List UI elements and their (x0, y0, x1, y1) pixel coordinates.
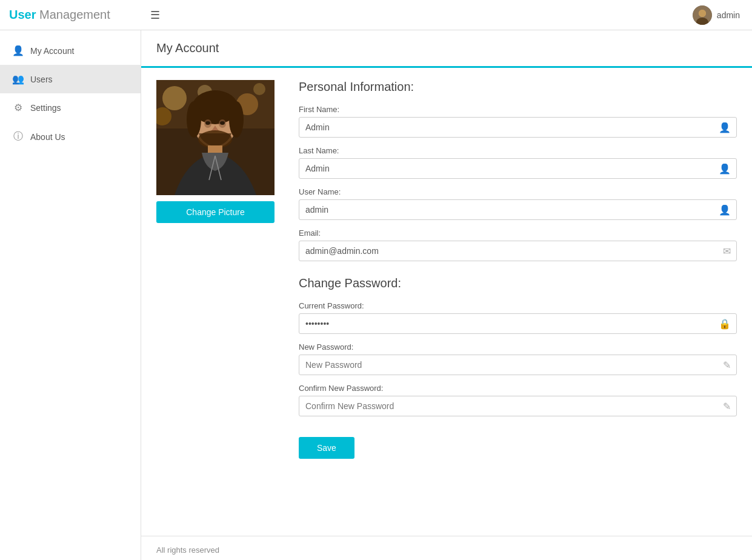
sidebar-item-settings[interactable]: ⚙ Settings (0, 93, 141, 122)
svg-point-14 (229, 101, 244, 138)
main-layout: 👤 My Account 👥 Users ⚙ Settings ⓘ About … (0, 30, 752, 560)
current-password-wrapper: 🔒 (299, 313, 737, 334)
change-password-title: Change Password: (299, 276, 737, 290)
brand: User Management (0, 8, 141, 22)
pencil-icon: ✎ (723, 359, 731, 371)
last-name-label: Last Name: (299, 146, 737, 155)
sidebar: 👤 My Account 👥 Users ⚙ Settings ⓘ About … (0, 30, 141, 560)
svg-point-6 (162, 86, 187, 110)
info-icon: ⓘ (12, 130, 24, 143)
confirm-password-group: Confirm New Password: ✎ (299, 384, 737, 416)
confirm-password-label: Confirm New Password: (299, 384, 737, 393)
person-field-icon-3: 👤 (719, 204, 731, 216)
new-password-input[interactable] (299, 355, 737, 375)
sidebar-label-settings: Settings (30, 103, 61, 113)
footer: All rights reserved (141, 536, 752, 560)
lock-icon: 🔒 (719, 318, 731, 330)
svg-point-18 (220, 121, 225, 125)
page-body: Change Picture Personal Information: Fir… (141, 68, 752, 477)
last-name-input[interactable] (299, 158, 737, 179)
first-name-label: First Name: (299, 105, 737, 114)
email-input-wrapper: ✉ (299, 241, 737, 261)
new-password-group: New Password: ✎ (299, 342, 737, 375)
sidebar-label-about-us: About Us (30, 132, 65, 142)
settings-icon: ⚙ (12, 102, 24, 113)
current-password-input[interactable] (299, 313, 737, 334)
profile-picture (156, 80, 275, 195)
svg-point-17 (205, 121, 210, 125)
username-input-wrapper: 👤 (299, 199, 737, 220)
svg-point-9 (253, 83, 265, 95)
svg-point-13 (187, 101, 201, 138)
sidebar-item-my-account[interactable]: 👤 My Account (0, 36, 141, 65)
username-label: User Name: (299, 187, 737, 196)
confirm-password-wrapper: ✎ (299, 396, 737, 416)
email-group: Email: ✉ (299, 228, 737, 261)
page-title: My Account (156, 41, 737, 55)
avatar-image (693, 5, 712, 25)
brand-user: User (9, 8, 36, 21)
email-input[interactable] (299, 241, 737, 261)
form-column: Personal Information: First Name: 👤 Last… (299, 80, 737, 459)
page-container: My Account (141, 30, 752, 536)
change-picture-button[interactable]: Change Picture (156, 201, 275, 223)
users-icon: 👥 (12, 73, 24, 85)
confirm-password-input[interactable] (299, 396, 737, 416)
sidebar-item-about-us[interactable]: ⓘ About Us (0, 122, 141, 152)
first-name-input[interactable] (299, 117, 737, 138)
avatar-column: Change Picture (156, 80, 275, 459)
current-password-group: Current Password: 🔒 (299, 301, 737, 334)
email-field-icon: ✉ (723, 245, 731, 257)
email-label: Email: (299, 228, 737, 238)
personal-info-title: Personal Information: (299, 80, 737, 94)
footer-text: All rights reserved (156, 545, 219, 555)
page-header: My Account (141, 30, 752, 68)
hamburger-icon: ☰ (150, 9, 160, 21)
first-name-group: First Name: 👤 (299, 105, 737, 138)
person-field-icon-2: 👤 (719, 163, 731, 175)
navbar-right: admin (693, 5, 752, 25)
last-name-group: Last Name: 👤 (299, 146, 737, 179)
username-input[interactable] (299, 199, 737, 220)
last-name-input-wrapper: 👤 (299, 158, 737, 179)
content-area: My Account (141, 30, 752, 560)
navbar: User Management ☰ admin (0, 0, 752, 30)
first-name-input-wrapper: 👤 (299, 117, 737, 138)
person-icon: 👤 (12, 45, 24, 56)
sidebar-label-users: Users (30, 75, 53, 84)
save-button[interactable]: Save (299, 437, 354, 459)
avatar (693, 5, 712, 25)
profile-svg (156, 80, 275, 195)
svg-point-3 (699, 10, 706, 17)
person-field-icon: 👤 (719, 122, 731, 133)
sidebar-label-my-account: My Account (30, 46, 74, 56)
sidebar-item-users[interactable]: 👥 Users (0, 65, 141, 93)
brand-mgmt: Management (36, 8, 110, 21)
menu-toggle-button[interactable]: ☰ (141, 8, 169, 22)
username-group: User Name: 👤 (299, 187, 737, 220)
new-password-label: New Password: (299, 342, 737, 352)
navbar-username: admin (717, 10, 740, 20)
current-password-label: Current Password: (299, 301, 737, 310)
new-password-wrapper: ✎ (299, 355, 737, 375)
pencil-icon-2: ✎ (723, 401, 731, 412)
